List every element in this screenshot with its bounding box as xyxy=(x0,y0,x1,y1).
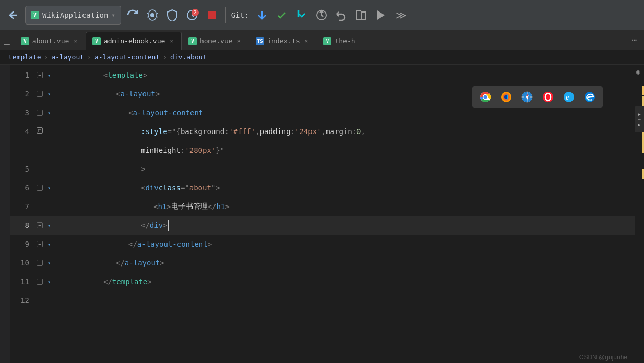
chrome-icon[interactable] xyxy=(477,89,494,105)
compare-button[interactable] xyxy=(353,7,369,23)
app-name: WikiApplication xyxy=(42,11,108,19)
gutter-line-2: 2 − ▾ xyxy=(10,84,99,103)
tab-admin-ebook-close[interactable]: ✕ xyxy=(168,37,175,45)
vue-icon-home: V xyxy=(188,37,197,45)
git-commit-button[interactable] xyxy=(273,7,290,23)
tab-index-ts-label: index.ts xyxy=(267,37,300,45)
code-line-4b: minHeight: '280px' }" xyxy=(99,141,635,160)
edge-icon[interactable] xyxy=(581,89,598,105)
ts-icon-index: TS xyxy=(256,37,264,45)
tab-admin-ebook[interactable]: V admin-ebook.vue ✕ xyxy=(86,32,182,50)
profiler-button[interactable]: 2 xyxy=(184,7,200,23)
collapse-arrow-10: ▾ xyxy=(47,260,51,266)
breadcrumb-a-layout-content[interactable]: a-layout-content xyxy=(94,53,160,61)
git-branch-button[interactable] xyxy=(293,7,310,23)
code-line-10: </a-layout> xyxy=(99,253,635,272)
breadcrumb-div-about[interactable]: div.about xyxy=(170,53,207,61)
left-panel xyxy=(0,65,10,363)
safari-icon[interactable] xyxy=(519,89,535,105)
firefox-icon[interactable] xyxy=(498,89,515,105)
tab-the-h[interactable]: V the-h xyxy=(316,32,362,50)
svg-point-25 xyxy=(545,93,551,101)
ie-icon[interactable]: e xyxy=(560,89,577,105)
app-selector[interactable]: V WikiApplication ▾ xyxy=(25,6,121,25)
tab-home-label: home.vue xyxy=(200,37,233,45)
code-line-12 xyxy=(99,291,635,310)
redo-button[interactable] xyxy=(124,7,141,23)
fold-1[interactable]: − xyxy=(37,72,43,78)
svg-point-0 xyxy=(150,13,154,17)
collapse-arrow-8: ▾ xyxy=(47,223,51,228)
vue-icon-admin-ebook: V xyxy=(92,37,101,45)
stop-button[interactable] xyxy=(204,7,220,23)
svg-rect-6 xyxy=(208,11,216,19)
svg-point-12 xyxy=(484,95,487,99)
tab-home[interactable]: V home.vue ✕ xyxy=(182,32,249,50)
more-button[interactable]: ≫ xyxy=(392,7,409,23)
tab-the-h-label: the-h xyxy=(335,37,355,45)
gutter-line-9: 9 − ▾ xyxy=(10,235,99,253)
git-history-button[interactable] xyxy=(313,7,330,23)
gutter-line-6: 6 − ▾ xyxy=(10,178,99,197)
browser-icons-panel: e xyxy=(472,86,603,108)
breadcrumb: template › a-layout › a-layout-content ›… xyxy=(0,50,644,65)
fold-6[interactable]: − xyxy=(37,185,43,191)
svg-marker-9 xyxy=(377,10,385,20)
gutter-line-11: 11 − ▾ xyxy=(10,272,99,291)
git-label: Git: xyxy=(231,11,249,19)
gutter-line-1: 1 − ▾ xyxy=(10,66,99,84)
code-content[interactable]: <template> <a-layout> <a-layout-content … xyxy=(99,65,635,363)
debug-button[interactable] xyxy=(144,7,161,23)
dropdown-icon: ▾ xyxy=(111,11,115,19)
breadcrumb-a-layout[interactable]: a-layout xyxy=(51,53,84,61)
vue-logo: V xyxy=(31,11,39,19)
fold-4[interactable]: □ xyxy=(37,127,43,134)
tab-home-close[interactable]: ✕ xyxy=(236,37,243,45)
gutter-line-8: 8 − ▾ xyxy=(10,216,99,235)
fold-9[interactable]: − xyxy=(37,241,43,247)
fold-10[interactable]: − xyxy=(37,260,43,266)
code-line-5: > xyxy=(99,160,635,178)
fold-3[interactable]: − xyxy=(37,110,43,116)
run-button[interactable] xyxy=(373,7,389,23)
fold-11[interactable]: − xyxy=(37,279,43,285)
line-gutter: 1 − ▾ 2 − ▾ 3 − ▾ xyxy=(10,65,99,363)
tab-about[interactable]: V about.vue ✕ xyxy=(14,32,86,50)
svg-text:e: e xyxy=(566,93,569,101)
vue-icon-the-h: V xyxy=(323,37,331,45)
fold-2[interactable]: − xyxy=(37,91,43,97)
code-line-11: </template> xyxy=(99,272,635,291)
code-line-6: <div class="about"> xyxy=(99,178,635,197)
toolbar: V WikiApplication ▾ 2 xyxy=(0,0,644,30)
tab-menu-button[interactable]: ⋯ xyxy=(628,35,640,45)
code-line-9: </a-layout-content> xyxy=(99,235,635,253)
gutter-line-3: 3 − ▾ xyxy=(10,103,99,122)
git-push-button[interactable] xyxy=(254,7,270,23)
vue-icon-about: V xyxy=(21,37,29,45)
tab-index-ts-close[interactable]: ✕ xyxy=(303,37,310,45)
tab-bar: — V about.vue ✕ V admin-ebook.vue ✕ V ho… xyxy=(0,30,644,50)
separator-1 xyxy=(225,7,226,23)
right-panel-toggle[interactable]: ▶—▶ xyxy=(635,106,644,132)
tab-about-label: about.vue xyxy=(32,37,69,45)
breadcrumb-template[interactable]: template xyxy=(8,53,41,61)
editor-area: 1 − ▾ 2 − ▾ 3 − ▾ xyxy=(0,65,644,363)
fold-8[interactable]: − xyxy=(37,222,43,228)
tab-about-close[interactable]: ✕ xyxy=(72,37,79,45)
gutter-line-7: 7 xyxy=(10,197,99,216)
gutter-line-4: 4 □ xyxy=(10,122,99,160)
tab-admin-ebook-label: admin-ebook.vue xyxy=(104,37,165,45)
code-line-8: </div> xyxy=(99,216,635,235)
tab-index-ts[interactable]: TS index.ts ✕ xyxy=(249,32,316,50)
undo-button[interactable] xyxy=(333,7,350,23)
code-line-1: <template> xyxy=(99,66,635,84)
scrollbar[interactable]: ◉ ▶—▶ xyxy=(635,65,644,363)
collapse-arrow-9: ▾ xyxy=(47,241,51,247)
gutter-line-12: 12 xyxy=(10,291,99,310)
eye-icon[interactable]: ◉ xyxy=(636,68,640,76)
shield-button[interactable] xyxy=(164,7,181,23)
opera-icon[interactable] xyxy=(540,89,556,105)
sidebar-toggle[interactable]: — xyxy=(4,39,10,50)
collapse-arrow-1: ▾ xyxy=(47,72,51,78)
back-button[interactable] xyxy=(5,7,22,23)
